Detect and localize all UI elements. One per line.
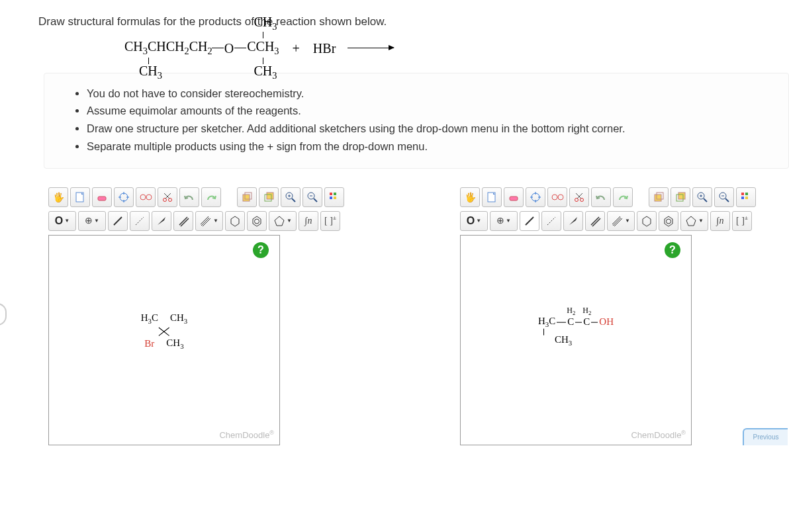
svg-point-5 xyxy=(146,195,152,200)
toolbar-spacer xyxy=(223,187,235,207)
hand-tool-icon[interactable]: 🖐 xyxy=(48,187,68,207)
svg-marker-40 xyxy=(643,216,651,226)
move-center-icon[interactable] xyxy=(114,187,134,207)
zoom-in-icon[interactable] xyxy=(281,187,301,207)
element-oxygen-button[interactable]: O▼ xyxy=(48,211,76,231)
drawn-molecule-right[interactable]: H3C H2 C H2 C OH xyxy=(520,316,632,347)
cyclohexane-icon[interactable] xyxy=(225,211,245,231)
svg-rect-14 xyxy=(330,193,332,195)
glasses-icon[interactable] xyxy=(547,187,567,207)
brackets-charge-icon[interactable]: [ ]± xyxy=(732,211,752,231)
undo-icon[interactable] xyxy=(179,187,199,207)
cube-back-icon[interactable] xyxy=(671,187,690,207)
benzene-icon[interactable] xyxy=(659,211,678,231)
svg-rect-39 xyxy=(745,197,748,199)
integral-n-icon[interactable]: ∫n xyxy=(299,211,318,231)
drawn-molecule-left[interactable]: H3C CH3 Br CH3 xyxy=(141,313,188,351)
charge-plus-button[interactable]: ⊕▼ xyxy=(490,211,518,231)
double-bond-icon[interactable] xyxy=(585,211,605,231)
reactant-left-sub: CH3 xyxy=(139,64,162,81)
svg-point-7 xyxy=(169,198,172,201)
svg-marker-18 xyxy=(231,216,239,226)
triple-bond-icon[interactable]: ▼ xyxy=(195,211,223,231)
help-icon[interactable]: ? xyxy=(253,242,269,258)
zoom-in-icon[interactable] xyxy=(692,187,712,207)
open-file-icon[interactable] xyxy=(482,187,502,207)
hint-item: Assume equimolar amounts of the reagents… xyxy=(87,103,774,119)
zoom-out-icon[interactable] xyxy=(302,187,322,207)
double-bond-icon[interactable] xyxy=(173,211,193,231)
reactant-left-main: CH3CHCH2CH2 xyxy=(124,40,212,56)
svg-rect-30 xyxy=(655,195,661,201)
svg-point-26 xyxy=(552,195,557,200)
palette-icon[interactable] xyxy=(324,187,344,207)
hint-item: Separate multiple products using the + s… xyxy=(87,138,774,155)
svg-rect-24 xyxy=(510,197,518,200)
glasses-icon[interactable] xyxy=(136,187,156,207)
cyclopentane-icon[interactable]: ▼ xyxy=(269,211,297,231)
eraser-icon[interactable] xyxy=(92,187,112,207)
sketcher-canvas[interactable]: ? H3C CH3 Br CH3 ChemDoodle® xyxy=(48,235,280,445)
scissors-icon[interactable] xyxy=(569,187,589,207)
svg-rect-8 xyxy=(243,195,250,201)
single-bond-icon[interactable] xyxy=(108,211,128,231)
question-prompt: Draw structural formulas for the product… xyxy=(38,13,789,30)
svg-marker-43 xyxy=(686,216,696,226)
charge-plus-button[interactable]: ⊕▼ xyxy=(78,211,106,231)
svg-rect-37 xyxy=(745,193,748,195)
benzene-icon[interactable] xyxy=(247,211,267,231)
sketcher-toolbar: 🖐 O▼ ⊕▼ xyxy=(48,187,398,231)
svg-rect-2 xyxy=(98,197,106,200)
brackets-charge-icon[interactable]: [ ]± xyxy=(320,211,340,231)
hydroxyl-group: OH xyxy=(599,317,614,328)
triple-bond-icon[interactable]: ▼ xyxy=(607,211,635,231)
undo-icon[interactable] xyxy=(591,187,611,207)
reactant-right-sub: CH3 xyxy=(254,64,277,81)
redo-icon[interactable] xyxy=(201,187,221,207)
sketcher-left: 🖐 O▼ ⊕▼ xyxy=(48,187,398,445)
move-center-icon[interactable] xyxy=(526,187,545,207)
svg-marker-19 xyxy=(253,216,261,226)
sketcher-canvas[interactable]: ? H3C H2 C H2 C xyxy=(460,235,692,445)
previous-button-peek[interactable]: Previous xyxy=(743,428,788,445)
palette-icon[interactable] xyxy=(736,187,756,207)
zoom-out-icon[interactable] xyxy=(714,187,734,207)
svg-text:🖐: 🖐 xyxy=(53,192,64,203)
sketcher-right: 🖐 O▼ ⊕▼ ▼ xyxy=(460,187,789,445)
cube-back-icon[interactable] xyxy=(259,187,279,207)
reactant-right-top: CH3 xyxy=(254,15,277,32)
svg-point-6 xyxy=(163,198,167,201)
svg-rect-15 xyxy=(334,193,336,195)
toolbar-spacer xyxy=(635,187,647,207)
eraser-icon[interactable] xyxy=(504,187,524,207)
svg-rect-17 xyxy=(334,197,336,199)
cyclohexane-icon[interactable] xyxy=(637,211,657,231)
chemdoodle-credit: ChemDoodle® xyxy=(219,429,274,442)
cube-front-icon[interactable] xyxy=(237,187,257,207)
reaction-arrow-icon xyxy=(348,48,394,48)
svg-rect-36 xyxy=(741,193,744,195)
hand-tool-icon[interactable]: 🖐 xyxy=(460,187,480,207)
svg-marker-21 xyxy=(275,216,284,226)
chemdoodle-credit: ChemDoodle® xyxy=(631,429,686,442)
svg-point-29 xyxy=(580,198,584,201)
redo-icon[interactable] xyxy=(613,187,633,207)
wedge-bond-icon[interactable] xyxy=(563,211,583,231)
open-file-icon[interactable] xyxy=(70,187,90,207)
cyclopentane-icon[interactable]: ▼ xyxy=(680,211,708,231)
single-bond-icon[interactable] xyxy=(520,211,539,231)
wedge-bond-icon[interactable] xyxy=(152,211,171,231)
svg-point-27 xyxy=(558,195,563,200)
dotted-bond-icon[interactable] xyxy=(541,211,561,231)
scissors-icon[interactable] xyxy=(158,187,177,207)
svg-text:🖐: 🖐 xyxy=(465,192,476,203)
sketcher-toolbar: 🖐 O▼ ⊕▼ ▼ xyxy=(460,187,789,231)
svg-point-4 xyxy=(140,195,146,200)
help-icon[interactable]: ? xyxy=(665,242,680,258)
hint-item: You do not have to consider stereochemis… xyxy=(87,85,774,102)
dotted-bond-icon[interactable] xyxy=(130,211,150,231)
integral-n-icon[interactable]: ∫n xyxy=(710,211,730,231)
element-oxygen-button[interactable]: O▼ xyxy=(460,211,488,231)
bromine-atom: Br xyxy=(144,339,154,349)
cube-front-icon[interactable] xyxy=(649,187,669,207)
